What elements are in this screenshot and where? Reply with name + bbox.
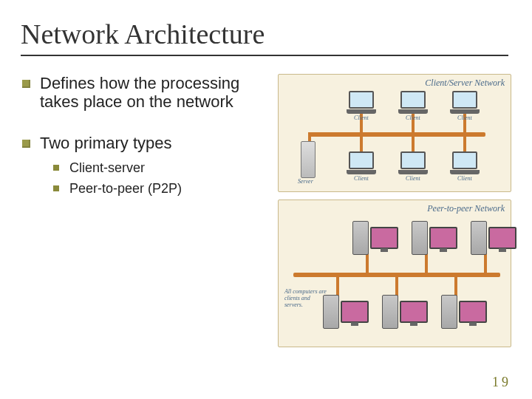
bullet-item: Two primary types Client-server Peer-to-… bbox=[21, 134, 269, 197]
laptop-icon: Client bbox=[450, 91, 480, 113]
sub-bullet-item: Peer-to-peer (P2P) bbox=[53, 180, 269, 197]
slide: Network Architecture Defines how the pro… bbox=[0, 0, 532, 399]
pc-tower-icon bbox=[412, 221, 428, 255]
bullet-list: Defines how the processing takes place o… bbox=[21, 74, 269, 197]
laptop-icon: Client bbox=[347, 151, 376, 174]
monitor-icon bbox=[429, 227, 457, 249]
client-server-diagram: Client/Server Network Server Client Clie… bbox=[278, 74, 511, 192]
pc-tower-icon bbox=[382, 295, 398, 329]
page-number: 19 bbox=[492, 375, 511, 390]
sub-bullet-item: Client-server bbox=[53, 160, 269, 177]
p2p-note: All computers are clients and servers. bbox=[284, 289, 329, 308]
pc-tower-icon bbox=[471, 221, 487, 255]
monitor-icon bbox=[341, 301, 369, 323]
content-row: Defines how the processing takes place o… bbox=[21, 74, 511, 347]
diagram-title: Peer-to-peer Network bbox=[427, 203, 505, 214]
server-label: Server bbox=[298, 178, 313, 185]
bullet-text: Two primary types bbox=[40, 134, 172, 152]
laptop-icon: Client bbox=[398, 151, 428, 174]
monitor-icon bbox=[488, 227, 516, 249]
monitor-icon bbox=[370, 227, 398, 249]
laptop-icon: Client bbox=[398, 91, 428, 113]
sub-bullet-list: Client-server Peer-to-peer (P2P) bbox=[53, 160, 269, 197]
peer-to-peer-diagram: Peer-to-peer Network bbox=[278, 200, 511, 347]
bullet-text: Defines how the processing takes place o… bbox=[40, 74, 239, 111]
image-column: Client/Server Network Server Client Clie… bbox=[278, 74, 511, 347]
title-underline bbox=[21, 55, 508, 56]
sub-bullet-text: Peer-to-peer (P2P) bbox=[69, 181, 182, 196]
text-column: Defines how the processing takes place o… bbox=[21, 74, 272, 347]
diagram-title: Client/Server Network bbox=[425, 78, 505, 89]
monitor-icon bbox=[459, 301, 487, 323]
slide-title: Network Architecture bbox=[21, 18, 511, 50]
pc-tower-icon bbox=[441, 295, 457, 329]
monitor-icon bbox=[400, 301, 428, 323]
server-icon bbox=[301, 141, 316, 178]
sub-bullet-text: Client-server bbox=[69, 160, 145, 175]
laptop-icon: Client bbox=[450, 151, 480, 174]
laptop-icon: Client bbox=[347, 91, 376, 113]
pc-tower-icon bbox=[352, 221, 369, 255]
bullet-item: Defines how the processing takes place o… bbox=[21, 74, 269, 112]
